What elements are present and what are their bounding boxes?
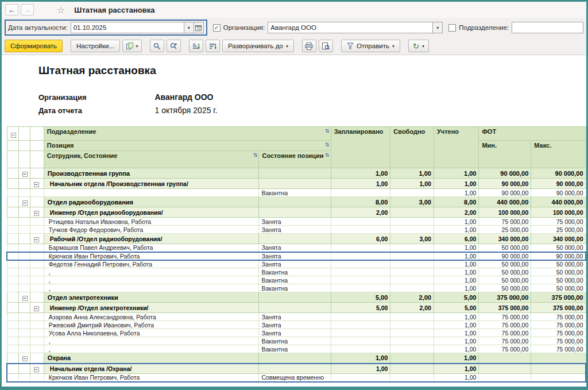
cell-min[interactable]: 90 000,00 [479,168,531,179]
cell-min[interactable]: 90 000,00 [479,179,531,189]
cell-c[interactable]: 1,00 [434,189,479,197]
cell-max[interactable]: 90 000,00 [531,252,586,260]
sort-icon[interactable]: ⇅ [325,152,330,158]
cell-min[interactable] [479,364,531,374]
cell-state[interactable] [259,303,331,313]
cell-p[interactable]: 1,00 [331,179,390,189]
cell-c[interactable]: 1,00 [434,179,479,189]
header-max[interactable]: Макс. [531,141,586,168]
cell-name[interactable]: Начальник отдела /Охрана/ [44,364,259,374]
cell-c[interactable]: 1,00 [434,321,479,329]
cell-c[interactable]: 1,00 [434,353,479,364]
cell-f[interactable]: 1,00 [390,179,434,189]
report-row[interactable]: ,Вакантна1,0050 000,0050 000,00 [7,284,586,292]
cell-p[interactable] [331,313,390,321]
report-row[interactable]: −Инженер /Отдел радиооборудования/2,002,… [7,207,586,218]
collapse-marker[interactable]: − [34,211,39,216]
cell-name[interactable]: Рабочий /Отдел радиооборудования/ [44,234,259,244]
cell-name[interactable]: Производственная группа [44,168,259,179]
cell-f[interactable] [390,345,434,353]
cell-min[interactable]: 75 000,00 [479,313,531,321]
cell-name[interactable]: Тучков Федор Федорович, Работа [44,226,259,234]
cell-c[interactable]: 1,00 [434,168,479,179]
cell-c[interactable]: 1,00 [434,284,479,292]
cell-max[interactable]: 90 000,00 [531,179,586,189]
cell-c[interactable]: 1,00 [434,226,479,234]
cell-min[interactable] [479,353,531,364]
collapse-marker[interactable]: − [22,356,28,361]
cell-p[interactable] [331,374,390,382]
cell-p[interactable] [331,268,390,276]
cell-state[interactable]: Вакантна [259,337,331,345]
org-input[interactable] [268,22,433,33]
cell-f[interactable] [390,268,434,276]
report-row[interactable]: Крючков Иван Петрович, РаботаСовмещена в… [7,374,586,382]
cell-p[interactable]: 1,00 [331,168,390,179]
header-state[interactable]: Состояние позиции ⇅ [259,151,331,168]
cell-f[interactable] [390,218,434,226]
cell-p[interactable] [331,226,390,234]
report-row[interactable]: −Производственная группа1,001,001,0090 0… [7,168,586,179]
cell-f[interactable] [390,364,434,374]
cell-c[interactable]: 1,00 [434,218,479,226]
report-row[interactable]: ,Вакантна1,0050 000,0050 000,00 [7,268,586,276]
cell-c[interactable]: 5,00 [434,303,479,313]
cell-p[interactable]: 1,00 [331,353,390,364]
cell-f[interactable] [390,284,434,292]
cell-state[interactable] [259,292,331,303]
cell-max[interactable]: 75 000,00 [531,329,586,337]
collapse-marker[interactable]: − [22,172,28,177]
cell-name[interactable]: Начальник отдела /Производственная групп… [44,179,259,189]
cell-c[interactable]: 1,00 [434,337,479,345]
cell-f[interactable] [390,276,434,284]
print-preview-button[interactable] [319,40,333,52]
cell-state[interactable]: Занята [259,218,331,226]
cell-f[interactable] [390,207,434,218]
cell-p[interactable] [331,321,390,329]
sort-icon[interactable]: ⇅ [253,152,258,158]
report-row[interactable]: Ржевский Дмитрий Иванович, РаботаЗанята1… [7,321,586,329]
cell-max[interactable]: 75 000,00 [531,218,586,226]
cell-min[interactable]: 25 000,00 [479,226,531,234]
report-row[interactable]: ,Вакантна1,0050 000,0050 000,00 [7,276,586,284]
cell-state[interactable]: Занята [259,226,331,234]
cell-p[interactable] [331,276,390,284]
report-row[interactable]: ,Вакантна1,0075 000,0075 000,00 [7,337,586,345]
cell-f[interactable]: 2,00 [390,292,434,303]
cell-min[interactable] [479,374,531,382]
report-row[interactable]: Вакантна1,0090 000,0090 000,00 [7,189,586,197]
cell-f[interactable] [390,189,434,197]
cell-name[interactable]: , [44,337,259,345]
cell-c[interactable]: 1,00 [434,252,479,260]
cell-f[interactable] [390,337,434,345]
cell-f[interactable]: 2,00 [390,303,434,313]
collapse-marker[interactable]: − [22,200,28,206]
cell-p[interactable]: 2,00 [331,207,390,218]
cell-min[interactable]: 75 000,00 [479,337,531,345]
cell-min[interactable]: 75 000,00 [479,218,531,226]
cell-state[interactable] [259,207,331,218]
generate-button[interactable]: Сформировать [5,40,63,52]
cell-max[interactable]: 75 000,00 [531,345,586,353]
cell-state[interactable]: Вакантна [259,345,331,353]
cell-f[interactable] [390,353,434,364]
report-row[interactable]: −Начальник отдела /Охрана/1,001,00 [7,364,586,374]
collapse-marker[interactable]: − [34,306,39,311]
cell-min[interactable]: 50 000,00 [479,276,531,284]
cell-state[interactable] [259,179,331,189]
search-button[interactable] [150,40,164,52]
cell-max[interactable]: 440 000,00 [531,197,586,207]
collapse-marker[interactable]: − [22,296,28,301]
cell-max[interactable]: 75 000,00 [531,321,586,329]
cell-max[interactable]: 50 000,00 [531,276,586,284]
cell-c[interactable]: 1,00 [434,329,479,337]
cell-name[interactable]: Усова Алла Николаевна, Работа [44,329,259,337]
cell-min[interactable]: 75 000,00 [479,345,531,353]
sort-ascending-button[interactable] [189,40,203,52]
cell-max[interactable]: 50 000,00 [531,284,586,292]
cell-min[interactable]: 50 000,00 [479,260,531,268]
cell-f[interactable] [390,226,434,234]
cell-state[interactable]: Занята [259,321,331,329]
sort-icon[interactable]: ⇅ [325,142,330,148]
header-planned[interactable]: Запланировано [331,127,390,168]
